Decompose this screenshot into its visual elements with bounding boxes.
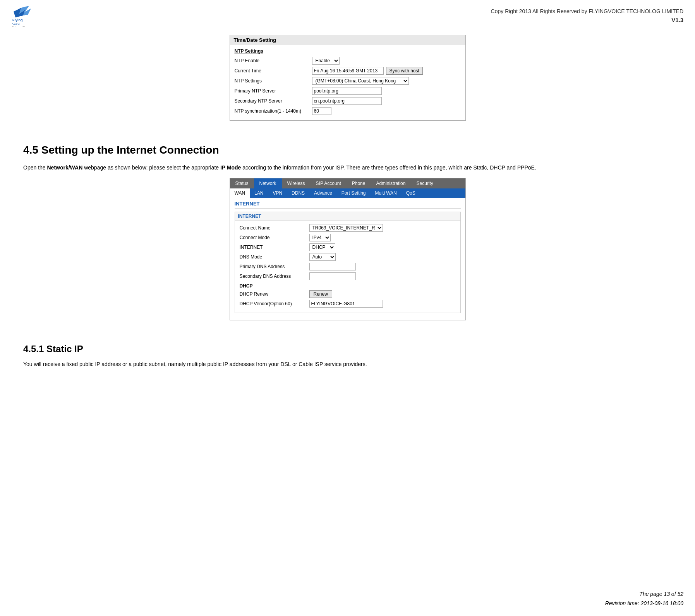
ip-mode-bold: IP Mode (220, 164, 241, 171)
sub-nav: WAN LAN VPN DDNS Advance Port Setting Mu… (230, 188, 465, 198)
dhcp-vendor-input[interactable] (309, 300, 383, 308)
ntp-enable-select[interactable]: Enable Disable (312, 57, 340, 65)
connect-mode-label: Connect Mode (240, 235, 309, 240)
internet-mode-select[interactable]: DHCP Static PPPoE (309, 243, 335, 251)
connect-name-row: Connect Name TR069_VOICE_INTERNET_R_VID_… (240, 224, 456, 232)
dns-mode-label: DNS Mode (240, 254, 309, 260)
time-date-inner: NTP Settings NTP Enable Enable Disable C… (230, 45, 465, 120)
dhcp-vendor-label: DHCP Vendor(Option 60) (240, 301, 309, 306)
copyright-text: Copy Right 2013 All Rights Reserved by F… (43, 7, 683, 15)
time-date-box: Time/Date Setting NTP Settings NTP Enabl… (230, 35, 466, 121)
footer-page: The page 13 of 52 (605, 590, 683, 599)
page-footer: The page 13 of 52 Revision time: 2013-08… (605, 590, 683, 608)
ntp-enable-label: NTP Enable (235, 58, 312, 63)
inner-internet-content: Connect Name TR069_VOICE_INTERNET_R_VID_… (235, 221, 460, 313)
sub-nav-ddns[interactable]: DDNS (287, 188, 309, 198)
ntp-settings-value: (GMT+08:00) China Coast, Hong Kong (312, 77, 409, 85)
svg-text:Voice: Voice (12, 22, 20, 26)
sub-nav-multi-wan[interactable]: Multi WAN (371, 188, 402, 198)
current-time-input[interactable] (312, 67, 384, 75)
primary-ntp-input[interactable] (312, 87, 382, 95)
main-content: Time/Date Setting NTP Settings NTP Enabl… (0, 31, 695, 390)
connect-mode-row: Connect Mode IPv4 IPv6 (240, 234, 456, 241)
nav-bar: Status Network Wireless SIP Account Phon… (230, 178, 465, 188)
nav-item-security[interactable]: Security (411, 178, 438, 188)
sub-nav-lan[interactable]: LAN (250, 188, 268, 198)
primary-ntp-value (312, 87, 382, 95)
svg-text:Flying: Flying (12, 18, 23, 22)
logo: Flying Voice VoiceoverIP (12, 4, 43, 27)
section-451-text: You will receive a fixed public IP addre… (23, 360, 672, 368)
nav-item-sip-account[interactable]: SIP Account (311, 178, 347, 188)
ntp-enable-row: NTP Enable Enable Disable (235, 57, 461, 65)
dhcp-renew-row: DHCP Renew Renew (240, 290, 456, 298)
nav-item-phone[interactable]: Phone (347, 178, 371, 188)
renew-button[interactable]: Renew (309, 290, 332, 298)
current-time-value: Sync with host (312, 67, 423, 75)
primary-dns-label: Primary DNS Address (240, 264, 309, 269)
internet-mode-label: INTERNET (240, 245, 309, 250)
ntp-sync-input[interactable] (312, 107, 331, 115)
dns-mode-select[interactable]: Auto Manual (309, 253, 336, 261)
svg-text:VoiceoverIP: VoiceoverIP (12, 26, 25, 27)
dns-mode-row: DNS Mode Auto Manual (240, 253, 456, 261)
inner-internet-section: INTERNET Connect Name TR069_VOICE_INTERN… (235, 212, 461, 313)
header-copyright: Copy Right 2013 All Rights Reserved by F… (43, 4, 683, 25)
ntp-settings-select[interactable]: (GMT+08:00) China Coast, Hong Kong (312, 77, 409, 85)
internet-section-title: INTERNET (235, 201, 461, 209)
secondary-dns-input[interactable] (309, 272, 356, 280)
current-time-row: Current Time Sync with host (235, 67, 461, 75)
section-451-heading: 4.5.1 Static IP (23, 344, 672, 354)
section-45-text: Open the Network/WAN webpage as shown be… (23, 163, 672, 172)
secondary-ntp-row: Secondary NTP Server (235, 97, 461, 105)
primary-dns-row: Primary DNS Address (240, 263, 456, 270)
network-screenshot: Status Network Wireless SIP Account Phon… (230, 178, 466, 320)
inner-internet-title: INTERNET (235, 212, 460, 221)
sub-nav-vpn[interactable]: VPN (268, 188, 287, 198)
ntp-settings-row: NTP Settings (GMT+08:00) China Coast, Ho… (235, 77, 461, 85)
dhcp-section-label: DHCP (240, 283, 456, 289)
page-header: Flying Voice VoiceoverIP Copy Right 2013… (0, 0, 695, 31)
nav-item-administration[interactable]: Administration (371, 178, 411, 188)
nav-item-wireless[interactable]: Wireless (282, 178, 311, 188)
secondary-dns-row: Secondary DNS Address (240, 272, 456, 280)
sub-nav-port-setting[interactable]: Port Setting (337, 188, 371, 198)
sub-nav-advance[interactable]: Advance (309, 188, 337, 198)
version-text: V1.3 (43, 15, 683, 25)
dhcp-vendor-row: DHCP Vendor(Option 60) (240, 300, 456, 308)
footer-revision: Revision time: 2013-08-16 18:00 (605, 599, 683, 608)
connect-name-label: Connect Name (240, 225, 309, 231)
connect-mode-select[interactable]: IPv4 IPv6 (309, 234, 331, 241)
ntp-sync-label: NTP synchronization(1 - 1440m) (235, 108, 312, 114)
primary-ntp-label: Primary NTP Server (235, 88, 312, 94)
ntp-sync-value (312, 107, 331, 115)
ntp-sync-row: NTP synchronization(1 - 1440m) (235, 107, 461, 115)
primary-ntp-row: Primary NTP Server (235, 87, 461, 95)
nav-item-status[interactable]: Status (230, 178, 254, 188)
internet-mode-row: INTERNET DHCP Static PPPoE (240, 243, 456, 251)
ntp-enable-value: Enable Disable (312, 57, 340, 65)
sub-nav-wan[interactable]: WAN (230, 188, 250, 198)
time-date-title: Time/Date Setting (230, 35, 465, 45)
secondary-ntp-value (312, 97, 382, 105)
content-area: INTERNET INTERNET Connect Name TR069_VOI… (230, 198, 465, 320)
sync-with-host-button[interactable]: Sync with host (386, 67, 423, 75)
connect-name-select[interactable]: TR069_VOICE_INTERNET_R_VID_2 (309, 224, 383, 232)
network-wan-bold: Network/WAN (47, 164, 83, 171)
secondary-ntp-label: Secondary NTP Server (235, 98, 312, 104)
current-time-label: Current Time (235, 68, 312, 74)
sub-nav-qos[interactable]: QoS (402, 188, 420, 198)
dhcp-renew-label: DHCP Renew (240, 291, 309, 297)
ntp-settings-label: NTP Settings (235, 78, 312, 84)
primary-dns-input[interactable] (309, 263, 356, 270)
section-45-heading: 4.5 Setting up the Internet Connection (23, 144, 672, 156)
secondary-ntp-input[interactable] (312, 97, 382, 105)
nav-item-network[interactable]: Network (254, 178, 282, 188)
secondary-dns-label: Secondary DNS Address (240, 274, 309, 279)
ntp-section-label: NTP Settings (235, 48, 461, 54)
